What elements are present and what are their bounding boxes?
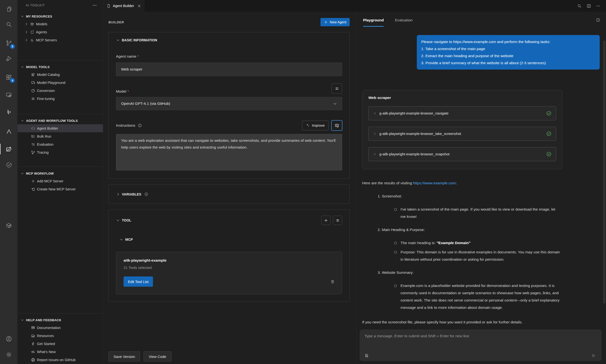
success-check-icon <box>546 111 552 116</box>
section-my-resources[interactable]: MY RESOURCES <box>17 13 103 20</box>
activity-remote-explorer[interactable] <box>0 89 17 101</box>
numbered-item: 2. Main Heading & Purpose: <box>378 226 562 234</box>
close-icon[interactable] <box>137 4 141 8</box>
basic-information-card: BASIC INFORMATION Agent name* Model* <box>108 32 350 179</box>
user-message-line: 1. Take a screenshot of the main page <box>421 45 595 52</box>
model-settings-button[interactable] <box>332 83 342 94</box>
search-icon[interactable] <box>577 4 582 8</box>
section-agent-workflow-tools[interactable]: AGENT AND WORKFLOW TOOLS <box>17 117 103 124</box>
split-editor-icon[interactable] <box>587 4 591 8</box>
sidebar-item-model-catalog[interactable]: Model Catalog <box>17 70 103 78</box>
example-link[interactable]: https://www.example.com <box>413 181 456 185</box>
sidebar-item-model-playground[interactable]: Model Playground <box>17 78 103 87</box>
sidebar-item-report-issues[interactable]: Report Issues on GitHub <box>17 356 103 364</box>
new-chat-icon[interactable] <box>596 18 600 22</box>
success-check-icon <box>546 131 552 136</box>
tool-settings-button[interactable] <box>333 216 342 225</box>
message-input[interactable] <box>364 334 597 349</box>
sidebar-item-evaluation[interactable]: Evaluation <box>17 140 103 148</box>
new-window-icon <box>31 187 35 191</box>
item-title: Main Heading & Purpose: <box>382 228 425 232</box>
instructions-field[interactable]: You are a web exploration assistant that… <box>116 134 342 170</box>
send-icon[interactable] <box>592 353 596 358</box>
more-actions-icon[interactable] <box>92 3 97 8</box>
tool-call-row[interactable]: g-aitk-playwright-example-browser_naviga… <box>368 106 556 120</box>
improve-button[interactable]: Improve <box>302 121 329 130</box>
sidebar-item-mcp-servers[interactable]: MCP Servers <box>17 36 103 44</box>
activity-containers[interactable] <box>0 220 17 231</box>
tab-playground[interactable]: Playground <box>363 18 384 27</box>
agent-builder-form: BUILDER New Agent BASIC INFORMATION Agen… <box>103 12 357 364</box>
section-help-feedback[interactable]: HELP AND FEEDBACK <box>17 316 103 324</box>
chevron-right-icon <box>24 22 28 26</box>
tab-agent-builder[interactable]: Agent Builder <box>103 0 145 12</box>
sidebar-item-add-mcp-server[interactable]: Add MCP Server <box>17 177 103 185</box>
info-icon[interactable] <box>138 123 142 128</box>
tools-selected-count: 21 Tools selected <box>124 266 335 270</box>
chevron-right-icon <box>24 38 28 42</box>
activity-run-debug[interactable] <box>0 52 17 64</box>
sidebar-item-agents[interactable]: Agents <box>17 28 103 36</box>
sidebar-item-whats-new[interactable]: What's New <box>17 348 103 356</box>
activity-accounts[interactable] <box>0 333 17 345</box>
tool-call-row[interactable]: g-aitk-playwright-example-browser_snapsh… <box>368 147 556 161</box>
save-version-button[interactable]: Save Version <box>108 351 140 362</box>
trash-icon[interactable] <box>331 280 335 284</box>
sidebar-item-fine-tuning[interactable]: Fine-tuning <box>17 95 103 103</box>
plus-icon <box>31 179 35 183</box>
more-actions-icon[interactable] <box>596 4 601 8</box>
bullet-text: The main heading is: <box>400 241 437 245</box>
sidebar-item-models[interactable]: Models <box>17 20 103 28</box>
mcp-subsection-header[interactable]: MCP <box>119 238 342 241</box>
edit-tool-list-button[interactable]: Edit Tool List <box>124 276 153 287</box>
model-select[interactable]: OpenAI GPT-4.1 (via GitHub) <box>116 97 342 110</box>
attach-image-icon[interactable] <box>364 353 369 358</box>
required-mark: * <box>128 89 129 93</box>
chevron-down-icon <box>20 119 24 123</box>
activity-source-control[interactable]: 5 <box>0 37 17 49</box>
debug-icon <box>6 55 12 62</box>
activity-search[interactable] <box>0 18 17 30</box>
azure-icon <box>6 128 12 135</box>
tool-header[interactable]: TOOL <box>116 218 131 222</box>
sidebar-item-label: Get Started <box>37 342 55 346</box>
agent-name-field[interactable] <box>116 63 342 76</box>
sidebar-item-tracing[interactable]: Tracing <box>17 148 103 156</box>
instructions-label: Instructions <box>116 123 142 128</box>
sidebar-item-label: Documentation <box>37 326 61 330</box>
sidebar-item-resources[interactable]: Resources <box>17 332 103 340</box>
sidebar-item-bulk-run[interactable]: Bulk Run <box>17 132 103 140</box>
sidebar-item-documentation[interactable]: Documentation <box>17 324 103 332</box>
scrollbar-thumb[interactable] <box>603 41 606 303</box>
section-model-tools[interactable]: MODEL TOOLS <box>17 63 103 70</box>
info-icon[interactable] <box>144 192 148 196</box>
activity-ai-toolkit[interactable] <box>0 143 17 155</box>
tab-evaluation[interactable]: Evaluation <box>395 18 413 27</box>
sidebar-item-label: Tracing <box>37 151 49 154</box>
tool-call-row[interactable]: g-aitk-playwright-example-browser_take_s… <box>368 127 556 141</box>
view-code-button[interactable]: View Code <box>143 351 171 362</box>
activity-settings[interactable] <box>0 349 17 360</box>
search-icon <box>6 21 12 28</box>
activity-azure-ml[interactable] <box>0 106 17 118</box>
sidebar-item-conversion[interactable]: Conversion <box>17 87 103 95</box>
basic-information-header[interactable]: BASIC INFORMATION <box>116 38 342 42</box>
extensions-badge: 4 <box>10 78 15 83</box>
tab-label: Agent Builder <box>113 4 134 8</box>
section-mcp-workflow[interactable]: MCP WORKFLOW <box>17 170 103 177</box>
file-icon <box>106 4 111 8</box>
activity-testing[interactable] <box>0 159 17 170</box>
prompt-editor-button[interactable] <box>332 120 342 130</box>
chat-history: Please navigate to https://www.example.c… <box>357 32 606 364</box>
new-agent-button[interactable]: New Agent <box>321 18 350 26</box>
activity-extensions[interactable]: 4 <box>0 71 17 83</box>
chevron-right-icon <box>373 112 376 115</box>
activity-azure[interactable] <box>0 126 17 137</box>
add-tool-button[interactable] <box>321 216 331 225</box>
sidebar-item-create-new-mcp-server[interactable]: Create New MCP Server <box>17 185 103 193</box>
activity-explorer[interactable] <box>0 3 17 15</box>
variables-header[interactable]: VARIABLES <box>116 192 342 196</box>
sidebar-item-get-started[interactable]: Get Started <box>17 340 103 348</box>
sidebar-item-agent-builder[interactable]: Agent Builder <box>17 124 103 132</box>
sparkles-icon <box>306 124 310 128</box>
